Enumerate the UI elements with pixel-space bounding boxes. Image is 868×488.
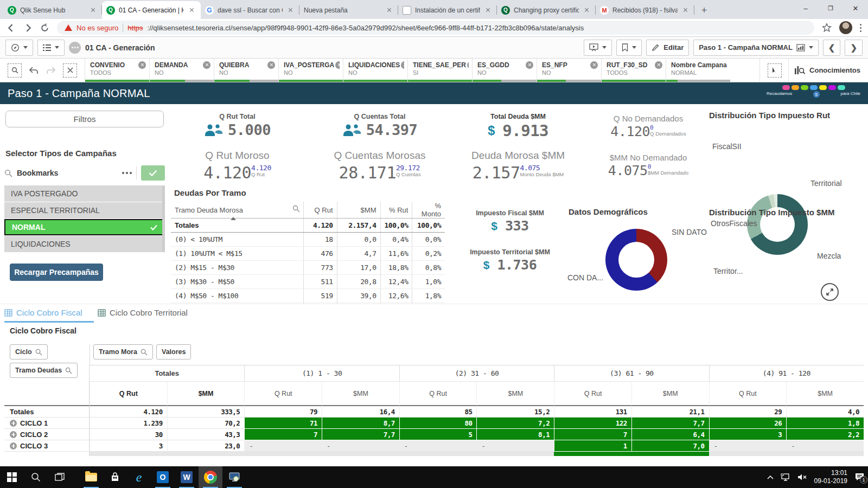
list-scrollbar[interactable] [162, 185, 165, 252]
chart-label-fiscalsii[interactable]: FiscalSII [712, 142, 742, 151]
expand-row-icon[interactable] [10, 431, 17, 438]
selection-chip-es-ggdd[interactable]: ES_GGDDNO [472, 59, 537, 82]
selection-chip-es-nfp[interactable]: ES_NFPNO [537, 59, 601, 82]
browser-tab[interactable]: Recibidos (918) - fsilva@ [596, 1, 694, 19]
close-tab-icon[interactable] [681, 6, 690, 15]
pivot-group-91-120[interactable]: (4) 91 - 120 [709, 365, 864, 381]
sheet-selector[interactable]: Paso 1 - Campaña NORMAL [693, 40, 819, 56]
remove-selection-icon[interactable] [467, 61, 469, 69]
chrome-button[interactable] [199, 466, 222, 488]
chart-label-con-dato[interactable]: CON DA... [567, 273, 603, 282]
close-tab-icon[interactable] [89, 6, 98, 15]
column-header-tramo[interactable]: Tramo Deuda Morosa [171, 202, 303, 219]
remove-selection-icon[interactable] [401, 61, 404, 69]
remove-selection-icon[interactable] [203, 61, 210, 69]
remote-app-button[interactable] [222, 466, 246, 488]
expand-row-icon[interactable] [10, 420, 17, 427]
pivot-group-61-90[interactable]: (3) 61 - 90 [554, 365, 709, 381]
forward-icon[interactable] [23, 23, 33, 33]
filters-button[interactable]: Filtros [5, 111, 164, 127]
profile-avatar[interactable] [839, 21, 852, 34]
outlook-button[interactable]: O [151, 466, 175, 488]
bookmarks-label[interactable]: Bookmarks [17, 169, 118, 177]
selection-chip-convenio[interactable]: CONVENIOTODOS [85, 59, 149, 82]
browser-tab[interactable]: dave ssl - Buscar con Go [201, 1, 299, 19]
remove-selection-icon[interactable] [335, 61, 340, 69]
column-header-qrut[interactable]: Q Rut [303, 202, 337, 219]
sheet-list-button[interactable] [37, 40, 65, 56]
remove-selection-icon[interactable] [526, 61, 533, 69]
clear-selections-icon[interactable] [63, 63, 77, 78]
selections-back-icon[interactable] [28, 66, 39, 75]
pivot-row-ciclo-2[interactable]: CICLO 2 [4, 429, 90, 440]
selection-chip-tiene-sae-per[interactable]: TIENE_SAE_PERSI [407, 59, 472, 82]
volume-muted-icon[interactable] [797, 473, 807, 481]
list-item-normal-selected[interactable]: NORMAL [4, 219, 165, 235]
new-tab-button[interactable] [697, 3, 712, 18]
insights-button[interactable]: Conocimientos [788, 59, 860, 82]
lasso-select-icon[interactable] [768, 63, 782, 78]
internet-explorer-button[interactable] [127, 466, 151, 488]
pivot-dim-ciclo-button[interactable]: Ciclo [10, 344, 48, 359]
edit-button[interactable]: Editar [646, 40, 689, 56]
selection-chip-quiebra[interactable]: QUIEBRANO [214, 59, 278, 82]
start-button[interactable] [0, 466, 24, 488]
task-view-button[interactable] [48, 466, 72, 488]
pivot-dim-tramo-mora-button[interactable]: Tramo Mora [93, 344, 153, 359]
column-header-mm[interactable]: $MM [337, 202, 380, 219]
selections-forward-icon[interactable] [46, 66, 56, 75]
browser-tab-active[interactable]: 01 CA - Generación | Hoj [102, 1, 201, 19]
browser-tab[interactable]: Instalación de un certific [398, 1, 497, 19]
expand-row-icon[interactable] [10, 442, 17, 450]
selection-chip-iva-posterga[interactable]: IVA_POSTERGANO [278, 59, 343, 82]
selection-chip-liquidaciones[interactable]: LIQUIDACIONESNO [343, 59, 407, 82]
previous-sheet-button[interactable] [823, 40, 841, 56]
next-sheet-button[interactable] [845, 40, 863, 56]
url-omnibox[interactable]: No es seguro https ://qliksensetest.teso… [57, 21, 814, 35]
close-tab-icon[interactable] [583, 6, 591, 15]
maximize-button[interactable] [818, 0, 843, 16]
security-warning-icon[interactable] [65, 24, 72, 31]
network-icon[interactable] [781, 473, 790, 481]
pivot-row-ciclo-3[interactable]: CICLO 3 [4, 440, 90, 452]
storytelling-button[interactable] [584, 40, 612, 56]
chart-label-territorial-mm[interactable]: Territor... [713, 267, 743, 275]
browser-menu-icon[interactable] [860, 24, 861, 32]
column-header-pct-rut[interactable]: % Rut [380, 202, 412, 219]
more-options-icon[interactable] [122, 172, 132, 174]
close-tab-icon[interactable] [286, 6, 295, 15]
taskbar-clock[interactable]: 13:01 09-01-2019 [814, 469, 847, 485]
tray-chevron-icon[interactable] [767, 475, 774, 479]
back-icon[interactable] [7, 23, 16, 33]
action-center-button[interactable]: 1 [854, 473, 865, 481]
remove-selection-icon[interactable] [590, 61, 598, 69]
search-icon[interactable] [4, 169, 12, 177]
fullscreen-expand-button[interactable] [821, 283, 839, 301]
chart-label-mezcla[interactable]: Mezcla [817, 252, 841, 260]
remove-selection-icon[interactable] [267, 61, 275, 69]
tab-ciclo-cobro-fiscal[interactable]: Ciclo Cobro Fiscal [4, 308, 82, 317]
close-tab-icon[interactable] [385, 6, 394, 15]
word-button[interactable]: W [175, 466, 199, 488]
search-icon[interactable] [292, 205, 300, 213]
browser-tab[interactable]: Nueva pestaña [299, 1, 398, 19]
bookmarks-button[interactable] [616, 40, 642, 56]
reload-icon[interactable] [40, 23, 49, 33]
pivot-group-31-60[interactable]: (2) 31 - 60 [399, 365, 554, 381]
smart-search-icon[interactable] [8, 63, 22, 78]
taskbar-search-button[interactable] [24, 466, 48, 488]
browser-tab[interactable]: Qlik Sense Hub [3, 1, 102, 19]
pivot-dim-tramo-deudas-button[interactable]: Tramo Deudas [10, 363, 78, 378]
remove-selection-icon[interactable] [655, 61, 662, 69]
column-header-pct-monto[interactable]: % Monto [412, 202, 445, 219]
bookmark-star-icon[interactable] [822, 23, 832, 33]
chart-label-sin-dato[interactable]: SIN DATO [672, 228, 707, 236]
tab-ciclo-cobro-territorial[interactable]: Ciclo Cobro Territorial [98, 308, 188, 317]
selection-chip-rut-f30-sd[interactable]: RUT_F30_SDTODOS [601, 59, 666, 82]
confirm-selection-button[interactable] [141, 165, 165, 181]
selection-chip-demanda[interactable]: DEMANDANO [149, 59, 214, 82]
list-item-iva-postergado[interactable]: IVA POSTERGADO [4, 185, 165, 202]
navigation-menu-button[interactable] [5, 40, 33, 56]
close-tab-icon[interactable] [188, 6, 196, 15]
chart-label-territorial[interactable]: Territorial [810, 179, 842, 188]
